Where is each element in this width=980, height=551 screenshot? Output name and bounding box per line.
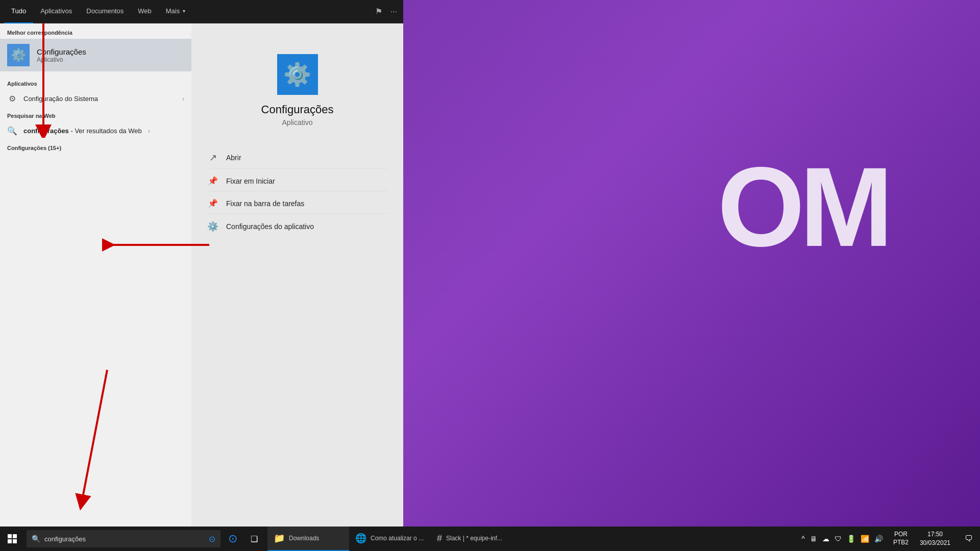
action-fixar-iniciar[interactable]: 📌 Fixar em Iniciar xyxy=(207,171,388,191)
downloads-app-label: Downloads xyxy=(289,535,319,542)
chrome-taskbar-icon: 🌐 xyxy=(355,533,366,544)
result-configuracao-sistema[interactable]: ⚙ Configuração do Sistema › xyxy=(0,90,191,108)
more-icon[interactable]: ··· xyxy=(388,5,399,18)
web-search-icon: 🔍 xyxy=(7,126,17,136)
downloads-folder-icon: 📁 xyxy=(274,533,285,544)
best-match-label: Melhor correspondência xyxy=(0,23,191,39)
search-tabs: Tudo Aplicativos Documentos Web Mais ▾ ⚑… xyxy=(0,0,403,23)
start-button[interactable] xyxy=(0,527,24,551)
tab-mais[interactable]: Mais ▾ xyxy=(159,0,192,23)
web-search-label: configurações - Ver resultados da Web xyxy=(23,127,142,135)
search-overlay-panel: Tudo Aplicativos Documentos Web Mais ▾ ⚑… xyxy=(0,0,403,527)
web-section-label: Pesquisar na Web xyxy=(0,108,191,122)
lang-line1: POR xyxy=(893,531,909,539)
tray-network-wifi-icon[interactable]: 📶 xyxy=(860,534,870,544)
slack-taskbar-icon: # xyxy=(437,533,442,544)
tray-volume-icon[interactable]: 🔊 xyxy=(873,534,884,544)
search-left-panel: Melhor correspondência ⚙️ Configurações … xyxy=(0,23,191,527)
tab-aplicativos[interactable]: Aplicativos xyxy=(33,0,79,23)
fixar-barra-label: Fixar na barra de tarefas xyxy=(226,199,304,208)
config-sistema-arrow: › xyxy=(182,95,184,103)
notification-button[interactable]: 🗨 xyxy=(958,527,980,551)
desktop: OM 🗑️ Lixeira 📄 como atualizar ... 🌀 Mic… xyxy=(0,0,980,551)
taskbar-search-box[interactable]: 🔍 ⊙ xyxy=(27,530,220,547)
cortana-icon: ⊙ xyxy=(228,532,237,545)
task-view-icon: ❑ xyxy=(251,534,258,544)
action-config-app[interactable]: ⚙️ Configurações do aplicativo xyxy=(207,216,388,237)
task-view-button[interactable]: ❑ xyxy=(243,527,265,551)
tray-onedrive-icon[interactable]: ☁ xyxy=(821,534,830,544)
right-configuracoes-name: Configurações xyxy=(261,103,334,116)
system-tray: ^ 🖥 ☁ 🛡 🔋 📶 🔊 xyxy=(796,527,888,551)
configuracoes-icon: ⚙️ xyxy=(7,44,30,66)
right-configuracoes-icon: ⚙️ xyxy=(277,54,318,95)
tab-documentos[interactable]: Documentos xyxy=(79,0,131,23)
svg-rect-9 xyxy=(13,539,17,543)
svg-rect-8 xyxy=(8,539,12,543)
feedback-icon[interactable]: ⚑ xyxy=(373,5,384,18)
best-match-text: Configurações Aplicativo xyxy=(37,47,86,63)
tray-battery-icon[interactable]: 🔋 xyxy=(846,534,856,544)
notification-icon: 🗨 xyxy=(965,534,973,543)
search-glass-icon: 🔍 xyxy=(32,535,40,543)
lang-line2: PTB2 xyxy=(893,539,909,547)
best-match-name: Configurações xyxy=(37,47,86,56)
search-tabs-right: ⚑ ··· xyxy=(373,5,399,18)
web-search-arrow: › xyxy=(148,128,150,135)
taskbar-app-downloads[interactable]: 📁 Downloads xyxy=(267,527,349,551)
svg-rect-7 xyxy=(13,534,17,538)
count-label: Configurações (15+) xyxy=(0,140,191,154)
fixar-iniciar-icon: 📌 xyxy=(207,176,219,186)
abrir-icon: ↗ xyxy=(207,152,219,163)
tray-security-icon[interactable]: 🛡 xyxy=(834,534,843,544)
slack-app-label: Slack | * equipe-inf... xyxy=(446,535,502,542)
tray-expand-icon[interactable]: ^ xyxy=(800,534,806,544)
right-actions: ↗ Abrir 📌 Fixar em Iniciar 📌 Fixar na ba… xyxy=(191,147,403,237)
config-sistema-label: Configuração do Sistema xyxy=(23,95,176,103)
best-match-item-configuracoes[interactable]: ⚙️ Configurações Aplicativo xyxy=(0,39,191,71)
config-sistema-icon: ⚙ xyxy=(7,94,17,104)
abrir-label: Abrir xyxy=(226,154,241,162)
taskbar-app-chrome[interactable]: 🌐 Como atualizar o ... xyxy=(349,527,431,551)
fixar-iniciar-label: Fixar em Iniciar xyxy=(226,177,275,185)
cortana-circle-icon: ⊙ xyxy=(209,534,215,544)
right-configuracoes-type: Aplicativo xyxy=(282,118,313,127)
best-match-type: Aplicativo xyxy=(37,56,86,63)
result-web-configuracoes[interactable]: 🔍 configurações - Ver resultados da Web … xyxy=(0,122,191,140)
taskbar-app-slack[interactable]: # Slack | * equipe-inf... xyxy=(431,527,512,551)
tab-web[interactable]: Web xyxy=(131,0,159,23)
cortana-button[interactable]: ⊙ xyxy=(223,527,243,551)
config-app-icon: ⚙️ xyxy=(207,221,219,232)
search-input[interactable] xyxy=(44,535,205,543)
config-app-label: Configurações do aplicativo xyxy=(226,222,314,231)
desktop-om-text: OM xyxy=(718,143,888,272)
search-right-panel: ⚙️ Configurações Aplicativo ↗ Abrir 📌 Fi… xyxy=(191,23,403,527)
taskbar-apps: 📁 Downloads 🌐 Como atualizar o ... # Sla… xyxy=(267,527,512,551)
search-content: Melhor correspondência ⚙️ Configurações … xyxy=(0,23,403,527)
apps-section-label: Aplicativos xyxy=(0,76,191,90)
taskbar-right-area: ^ 🖥 ☁ 🛡 🔋 📶 🔊 POR PTB2 17:50 30/03/2021 … xyxy=(796,527,980,551)
action-abrir[interactable]: ↗ Abrir xyxy=(207,147,388,169)
windows-icon xyxy=(8,534,17,543)
clock-date: 30/03/2021 xyxy=(920,539,950,547)
svg-rect-6 xyxy=(8,534,12,538)
action-fixar-barra[interactable]: 📌 Fixar na barra de tarefas xyxy=(207,193,388,214)
tray-network-icon[interactable]: 🖥 xyxy=(809,534,818,544)
fixar-barra-icon: 📌 xyxy=(207,198,219,208)
taskbar: 🔍 ⊙ ⊙ ❑ 📁 Downloads 🌐 Como atualizar o .… xyxy=(0,527,980,551)
chrome-app-label: Como atualizar o ... xyxy=(371,535,424,542)
language-indicator[interactable]: POR PTB2 xyxy=(889,527,913,551)
tab-tudo[interactable]: Tudo xyxy=(4,0,33,23)
clock-time: 17:50 xyxy=(927,530,943,539)
clock-display[interactable]: 17:50 30/03/2021 xyxy=(914,527,957,551)
